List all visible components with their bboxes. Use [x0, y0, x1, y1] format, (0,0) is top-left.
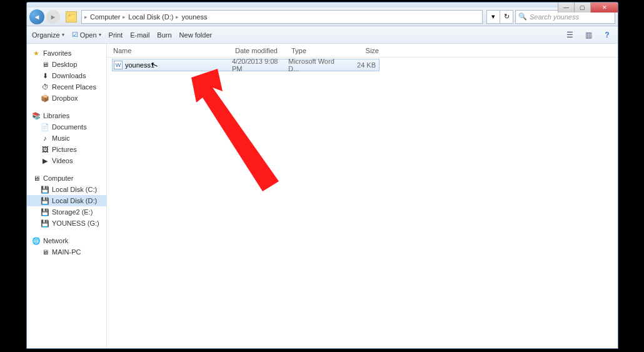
file-name-cell: Wyouness1: [114, 61, 232, 69]
address-controls: ▾ ↻: [487, 10, 513, 24]
breadcrumb-arrow-icon: ▸: [123, 14, 126, 20]
titlebar: — ▢ ✕: [27, 3, 618, 8]
desktop-icon: 🖥: [41, 60, 49, 69]
organize-menu[interactable]: Organize▾: [32, 31, 64, 39]
search-icon: 🔍: [518, 13, 527, 21]
column-header-size[interactable]: Size: [348, 47, 379, 54]
file-list-area: Name Date modified Type Size Wyouness1 4…: [107, 44, 618, 348]
file-size-cell: 24 KB: [345, 61, 376, 69]
column-header-type[interactable]: Type: [291, 47, 348, 54]
column-headers: Name Date modified Type Size: [107, 44, 618, 58]
breadcrumb-segment[interactable]: youness: [180, 13, 208, 21]
breadcrumb-arrow-icon: ▸: [84, 14, 88, 20]
toolbar: Organize▾ ☑Open▾ Print E-mail Burn New f…: [27, 26, 618, 44]
sidebar-network-header[interactable]: 🌐Network: [27, 235, 106, 246]
sidebar-item-pictures[interactable]: 🖼Pictures: [27, 144, 106, 155]
file-date-cell: 4/20/2013 9:08 PM: [232, 58, 288, 73]
sidebar-item-recent-places[interactable]: ⏱Recent Places: [27, 81, 106, 93]
disk-icon: 💾: [41, 219, 49, 228]
burn-button[interactable]: Burn: [157, 31, 171, 39]
libraries-icon: 📚: [32, 111, 41, 120]
sidebar-item-mainpc[interactable]: 🖥MAIN-PC: [27, 246, 106, 258]
sidebar-item-disk-c[interactable]: 💾Local Disk (C:): [27, 184, 106, 195]
minimize-button[interactable]: —: [558, 3, 574, 13]
maximize-button[interactable]: ▢: [574, 3, 590, 13]
computer-icon: 🖥: [41, 248, 49, 256]
disk-icon: 💾: [41, 185, 49, 194]
sidebar-item-videos[interactable]: ▶Videos: [27, 155, 106, 166]
breadcrumb-segment[interactable]: Computer: [89, 13, 121, 21]
folder-icon: 📁: [66, 11, 77, 23]
word-doc-icon: W: [114, 61, 123, 69]
system-buttons: — ▢ ✕: [558, 3, 618, 13]
sidebar-libraries-group: 📚Libraries 📄Documents ♪Music 🖼Pictures ▶…: [27, 110, 106, 166]
sidebar-computer-header[interactable]: 🖥Computer: [27, 173, 106, 184]
download-icon: ⬇: [41, 71, 49, 80]
refresh-button[interactable]: ↻: [500, 10, 513, 24]
disk-icon: 💾: [41, 208, 49, 216]
computer-icon: 🖥: [32, 174, 41, 183]
close-button[interactable]: ✕: [590, 3, 618, 13]
documents-icon: 📄: [41, 123, 49, 131]
file-row[interactable]: Wyouness1 4/20/2013 9:08 PM Microsoft Wo…: [112, 59, 380, 71]
breadcrumb-segment[interactable]: Local Disk (D:): [127, 13, 174, 21]
print-button[interactable]: Print: [109, 31, 123, 39]
search-placeholder: Search youness: [530, 13, 579, 21]
sidebar-network-group: 🌐Network 🖥MAIN-PC: [27, 235, 106, 258]
music-icon: ♪: [41, 134, 49, 143]
sidebar-computer-group: 🖥Computer 💾Local Disk (C:) 💾Local Disk (…: [27, 173, 106, 229]
explorer-window: — ▢ ✕ ◄ ► 📁 ▸ Computer ▸ Local Disk (D:)…: [26, 2, 618, 349]
navigation-sidebar: ★Favorites 🖥Desktop ⬇Downloads ⏱Recent P…: [27, 44, 107, 348]
open-button[interactable]: ☑Open▾: [72, 31, 101, 39]
breadcrumb[interactable]: ▸ Computer ▸ Local Disk (D:) ▸ youness: [81, 10, 483, 24]
sidebar-favorites-group: ★Favorites 🖥Desktop ⬇Downloads ⏱Recent P…: [27, 48, 106, 104]
dropbox-icon: 📦: [41, 94, 49, 103]
sidebar-item-dropbox[interactable]: 📦Dropbox: [27, 93, 106, 104]
nav-back-button[interactable]: ◄: [29, 9, 44, 24]
disk-icon: 💾: [41, 196, 49, 205]
help-button[interactable]: ?: [601, 29, 613, 41]
main-area: ★Favorites 🖥Desktop ⬇Downloads ⏱Recent P…: [27, 44, 618, 348]
sidebar-favorites-header[interactable]: ★Favorites: [27, 48, 106, 59]
column-header-date[interactable]: Date modified: [235, 47, 291, 54]
sidebar-item-music[interactable]: ♪Music: [27, 133, 106, 144]
chevron-down-icon: ▾: [62, 32, 64, 38]
breadcrumb-arrow-icon: ▸: [176, 14, 179, 20]
column-header-name[interactable]: Name: [113, 47, 235, 54]
sidebar-libraries-header[interactable]: 📚Libraries: [27, 110, 106, 121]
pictures-icon: 🖼: [41, 145, 49, 154]
sidebar-item-documents[interactable]: 📄Documents: [27, 121, 106, 133]
new-folder-button[interactable]: New folder: [179, 31, 213, 39]
navbar: ◄ ► 📁 ▸ Computer ▸ Local Disk (D:) ▸ you…: [27, 8, 618, 26]
star-icon: ★: [32, 49, 41, 58]
sidebar-item-desktop[interactable]: 🖥Desktop: [27, 59, 106, 70]
nav-forward-button[interactable]: ►: [46, 10, 60, 24]
file-type-cell: Microsoft Word D...: [288, 58, 345, 73]
recent-icon: ⏱: [41, 83, 49, 91]
chevron-down-icon: ▾: [99, 32, 101, 38]
history-dropdown-button[interactable]: ▾: [486, 10, 500, 24]
sidebar-item-disk-g[interactable]: 💾YOUNESS (G:): [27, 218, 106, 229]
sidebar-item-disk-e[interactable]: 💾Storage2 (E:): [27, 206, 106, 218]
network-icon: 🌐: [32, 236, 41, 245]
views-button[interactable]: ☰: [564, 29, 575, 41]
sidebar-item-downloads[interactable]: ⬇Downloads: [27, 70, 106, 81]
email-button[interactable]: E-mail: [130, 31, 149, 39]
sidebar-item-disk-d[interactable]: 💾Local Disk (D:): [27, 195, 106, 206]
videos-icon: ▶: [41, 156, 49, 165]
preview-pane-button[interactable]: ▥: [583, 29, 594, 41]
